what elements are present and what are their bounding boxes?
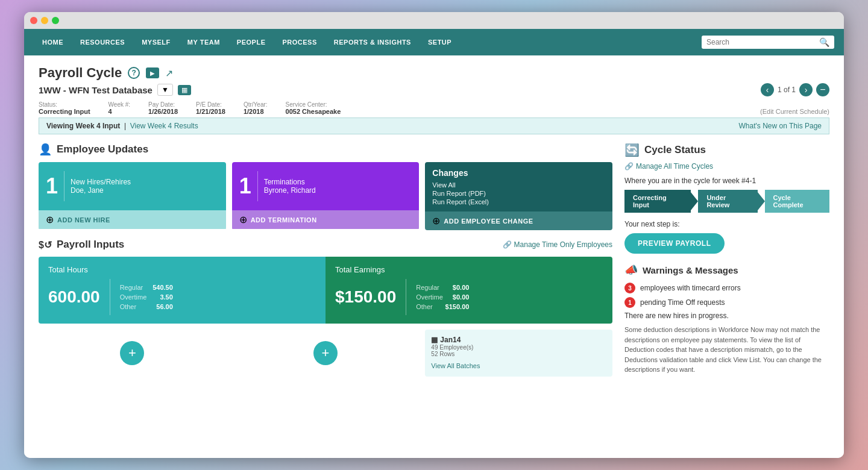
total-earnings-card: Total Earnings $150.00 Regular $0.00 O [326, 257, 612, 324]
earnings-regular-row: Regular $0.00 [416, 284, 469, 291]
pay-date-value: 1/26/2018 [148, 108, 178, 115]
pe-date-value: 1/21/2018 [196, 108, 225, 115]
megaphone-icon: 📣 [624, 263, 638, 277]
total-hours-value: 600.00 [48, 287, 100, 307]
payroll-inputs-title-row: $↺ Payroll Inputs [39, 239, 124, 251]
right-panel: 🔄 Cycle Status 🔗 Manage All Time Cycles … [624, 143, 829, 377]
batch-area: + + ▦ Jan14 49 Employee(s) 52 Rows View [39, 330, 612, 377]
earnings-overtime-value: $0.00 [453, 293, 470, 301]
view-all-link[interactable]: View All [432, 181, 489, 189]
meta-row: Status: Correcting Input Week #: 4 Pay D… [39, 101, 829, 115]
page-title: Payroll Cycle [39, 65, 122, 81]
week-value: 4 [108, 108, 112, 115]
hours-overtime-value: 3.50 [160, 293, 172, 301]
terminations-employee: Byrone, Richard [264, 186, 316, 195]
database-dropdown[interactable]: ▼ [157, 84, 173, 96]
view-results-link[interactable]: View Week 4 Results [130, 122, 198, 130]
pay-date-label: Pay Date: [148, 101, 178, 108]
nav-myself[interactable]: MYSELF [133, 29, 179, 55]
viewing-text: Viewing Week 4 Input [46, 122, 120, 130]
nav-setup[interactable]: SETUP [420, 29, 460, 55]
hours-divider [110, 279, 110, 315]
grid-view-btn[interactable]: ▦ [178, 85, 191, 95]
manage-cycles-icon: 🔗 [624, 162, 634, 171]
minimize-btn[interactable] [41, 17, 48, 24]
nav-people[interactable]: PEOPLE [228, 29, 274, 55]
batch-employees: 49 Employee(s) [431, 344, 606, 351]
manage-cycles-label: Manage All Time Cycles [636, 162, 713, 171]
whats-new-link[interactable]: What's New on This Page [739, 122, 822, 130]
earnings-regular-value: $0.00 [453, 284, 470, 291]
step-cycle-complete: Cycle Complete [765, 190, 830, 213]
new-hires-card: 1 New Hires/Rehires Doe, Jane ⊕ ADD NEW … [39, 162, 226, 230]
video-icon[interactable]: ▶ [146, 67, 159, 78]
manage-time-link[interactable]: 🔗 Manage Time Only Employees [503, 240, 612, 249]
nav-home[interactable]: HOME [34, 29, 72, 55]
total-earnings-value: $150.00 [335, 287, 396, 307]
nav-reports[interactable]: REPORTS & INSIGHTS [326, 29, 420, 55]
add-termination-btn[interactable]: ⊕ ADD TERMINATION [232, 210, 420, 229]
next-page-btn[interactable]: › [799, 83, 813, 96]
expand-icon[interactable]: ↗ [165, 67, 173, 79]
edit-schedule-link[interactable]: (Edit Current Schedule) [760, 108, 829, 115]
earnings-overtime-label: Overtime [416, 293, 443, 301]
app-window: HOME RESOURCES MYSELF MY TEAM PEOPLE PRO… [24, 12, 844, 458]
hours-regular-row: Regular 540.50 [120, 284, 173, 291]
manage-time-icon: 🔗 [503, 240, 512, 249]
hours-breakdown: Regular 540.50 Overtime 3.50 Other 56.00 [120, 284, 173, 310]
warnings-title: Warnings & Messages [643, 265, 738, 275]
help-icon[interactable]: ? [128, 67, 140, 79]
batch-name: Jan14 [440, 336, 461, 344]
total-hours-content: 600.00 Regular 540.50 Overtime 3.50 [48, 279, 316, 315]
add-new-hire-label: ADD NEW HIRE [57, 216, 110, 224]
maximize-btn[interactable] [52, 17, 59, 24]
view-all-batches-link[interactable]: View All Batches [431, 362, 480, 369]
warning-timecard: 3 employees with timecard errors [624, 283, 829, 293]
status-value: Correcting Input [39, 108, 90, 115]
add-batch-col2: + [232, 330, 420, 377]
new-hires-message: There are new hires in progress. [624, 312, 829, 320]
run-report-excel-link[interactable]: Run Report (Excel) [432, 198, 489, 205]
nav-resources[interactable]: RESOURCES [72, 29, 133, 55]
add-termination-plus: ⊕ [239, 214, 247, 225]
warnings-header: 📣 Warnings & Messages [624, 263, 829, 277]
nav-process[interactable]: PROCESS [274, 29, 325, 55]
batch-jan14: ▦ Jan14 49 Employee(s) 52 Rows View All … [425, 330, 612, 377]
earnings-overtime-row: Overtime $0.00 [416, 293, 469, 301]
total-earnings-label: Total Earnings [335, 265, 603, 274]
search-input[interactable] [706, 38, 819, 46]
close-btn[interactable] [30, 17, 37, 24]
terminations-body: 1 Terminations Byrone, Richard [232, 162, 420, 210]
earnings-breakdown: Regular $0.00 Overtime $0.00 Other $150.… [416, 284, 469, 310]
add-batch-btn[interactable]: + [120, 341, 144, 365]
total-hours-card: Total Hours 600.00 Regular 540.50 Over [39, 257, 326, 324]
employee-cards: 1 New Hires/Rehires Doe, Jane ⊕ ADD NEW … [39, 162, 612, 230]
nav-my-team[interactable]: MY TEAM [179, 29, 228, 55]
add-batch-btn2[interactable]: + [313, 341, 338, 365]
page-header: Payroll Cycle ? ▶ ↗ [39, 65, 829, 81]
meta-qtr: Qtr/Year: 1/2018 [244, 101, 268, 115]
changes-card: Changes View All Run Report (PDF) Run Re… [425, 162, 612, 230]
earnings-other-row: Other $150.00 [416, 303, 469, 310]
changes-body: Changes View All Run Report (PDF) Run Re… [425, 162, 612, 212]
add-new-hire-btn[interactable]: ⊕ ADD NEW HIRE [39, 210, 226, 229]
payroll-inputs-title: Payroll Inputs [57, 239, 124, 251]
run-report-pdf-link[interactable]: Run Report (PDF) [432, 190, 489, 197]
collapse-btn[interactable]: − [816, 83, 829, 96]
total-earnings-content: $150.00 Regular $0.00 Overtime $0.00 [335, 279, 603, 315]
left-column: 👤 Employee Updates 1 New Hires/Rehires D… [39, 143, 612, 377]
manage-time-label: Manage Time Only Employees [514, 240, 612, 249]
meta-pe-date: P/E Date: 1/21/2018 [196, 101, 225, 115]
service-center-value: 0052 Chesapeake [286, 108, 341, 115]
prev-page-btn[interactable]: ‹ [761, 83, 774, 96]
manage-cycles-link[interactable]: 🔗 Manage All Time Cycles [624, 162, 829, 171]
timecard-text: employees with timecard errors [640, 284, 741, 292]
timeoff-badge: 1 [624, 297, 635, 308]
new-hires-body: 1 New Hires/Rehires Doe, Jane [39, 162, 226, 210]
content-grid: 👤 Employee Updates 1 New Hires/Rehires D… [39, 143, 829, 377]
timecard-badge: 3 [624, 283, 635, 293]
titlebar [24, 12, 844, 29]
add-employee-change-btn[interactable]: ⊕ ADD EMPLOYEE CHANGE [425, 212, 612, 230]
preview-payroll-btn[interactable]: PREVIEW PAYROLL [624, 233, 725, 254]
warning-description: Some deduction descriptions in Workforce… [624, 325, 829, 375]
